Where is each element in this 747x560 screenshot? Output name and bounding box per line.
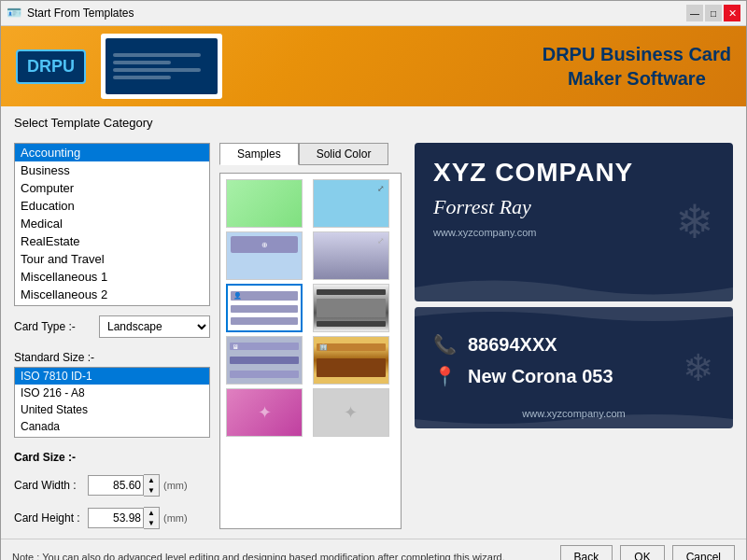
template-grid-container: ⤢ ⊕ ⤢ 👤 <box>219 173 402 529</box>
ok-button[interactable]: OK <box>620 545 664 560</box>
location-icon: 📍 <box>433 365 457 387</box>
category-item[interactable]: Miscellaneous 3 <box>15 303 209 306</box>
maximize-button[interactable]: □ <box>705 5 722 21</box>
card-height-row: Card Height : ▲ ▼ (mm) <box>14 507 210 529</box>
card-height-unit: (mm) <box>163 512 188 524</box>
template-thumb-8[interactable]: 🏢 <box>313 336 389 385</box>
card-width-down[interactable]: ▼ <box>144 485 159 496</box>
card-company-name: XYZ COMPANY <box>433 158 714 188</box>
section-label: Select Template Category <box>14 116 733 130</box>
card-height-down[interactable]: ▼ <box>144 518 159 528</box>
category-item[interactable]: RealEstate <box>15 232 209 250</box>
card-address-row: 📍 New Corona 053 <box>433 365 714 387</box>
template-grid: ⤢ ⊕ ⤢ 👤 <box>220 174 401 442</box>
card-width-spinner[interactable]: ▲ ▼ <box>88 474 160 497</box>
standard-size-label: Standard Size :- <box>14 351 210 364</box>
category-item[interactable]: Computer <box>15 179 209 197</box>
preview-panel: XYZ COMPANY Forrest Ray www.xyzcompany.c… <box>411 143 733 529</box>
app-title: DRPU Business Card Maker Software <box>543 42 731 91</box>
window-title: Start From Templates <box>27 7 684 20</box>
wave-decoration-top <box>415 273 733 301</box>
card-size-label: Card Size :- <box>14 451 210 464</box>
card-type-row: Card Type :- Landscape Portrait <box>14 315 210 338</box>
window-icon: 🪪 <box>7 6 21 21</box>
card-type-label: Card Type :- <box>14 320 93 333</box>
card-preview-line <box>113 53 201 57</box>
template-tabs: Samples Solid Color <box>219 143 402 165</box>
card-width-label: Card Width : <box>14 479 84 492</box>
card-type-select[interactable]: Landscape Portrait <box>99 315 210 338</box>
category-item[interactable]: Accounting <box>15 144 209 161</box>
card-preview-top: XYZ COMPANY Forrest Ray www.xyzcompany.c… <box>415 143 733 301</box>
header: DRPU DRPU Business Card Maker Software <box>1 26 746 106</box>
template-thumb-4[interactable]: ⤢ <box>313 231 389 280</box>
footer: Note : You can also do advanced level ed… <box>1 539 746 560</box>
card-height-up[interactable]: ▲ <box>144 508 159 518</box>
snowflake-decoration-top: ❄ <box>675 195 714 249</box>
card-preview-bottom: 📞 88694XXX 📍 New Corona 053 www.xyzcompa… <box>415 307 733 428</box>
wave-decoration-bottom-bot <box>415 410 733 428</box>
card-person-name: Forrest Ray <box>433 195 531 218</box>
card-height-input[interactable] <box>88 508 144 528</box>
category-item[interactable]: Education <box>15 197 209 215</box>
header-card-preview <box>101 34 222 99</box>
card-height-spinner[interactable]: ▲ ▼ <box>88 507 160 529</box>
category-item[interactable]: Miscellaneous 1 <box>15 268 209 286</box>
category-item[interactable]: Miscellaneous 2 <box>15 286 209 303</box>
category-listbox[interactable]: AccountingBusinessComputerEducationMedic… <box>14 143 210 306</box>
tab-solid-color[interactable]: Solid Color <box>299 143 389 165</box>
template-thumb-9[interactable]: ✦ <box>226 388 303 437</box>
standard-size-item[interactable]: ISO 216 - A8 <box>15 385 209 401</box>
minimize-button[interactable]: — <box>686 5 703 21</box>
standard-size-item[interactable]: Canada <box>15 418 209 435</box>
template-thumb-10[interactable]: ✦ <box>313 388 389 437</box>
card-website-top: www.xyzcompany.com <box>433 227 714 238</box>
main-row: AccountingBusinessComputerEducationMedic… <box>14 143 733 529</box>
card-phone-number: 88694XXX <box>468 334 557 356</box>
card-width-input[interactable] <box>88 475 144 496</box>
template-thumb-3[interactable]: ⊕ <box>226 231 303 280</box>
template-thumb-2[interactable]: ⤢ <box>313 179 389 228</box>
wave-decoration-bottom-top <box>415 307 733 326</box>
category-item[interactable]: Business <box>15 161 209 179</box>
card-width-up[interactable]: ▲ <box>144 475 159 485</box>
template-thumb-1[interactable] <box>226 179 303 228</box>
left-panel: AccountingBusinessComputerEducationMedic… <box>14 143 210 529</box>
back-button[interactable]: Back <box>560 545 613 560</box>
category-item[interactable]: Tour and Travel <box>15 250 209 268</box>
main-window: 🪪 Start From Templates — □ ✕ DRPU DRPU B… <box>0 0 747 560</box>
middle-panel: Samples Solid Color ⤢ ⊕ <box>219 143 402 529</box>
card-preview-line <box>113 76 171 79</box>
card-width-spinner-btns: ▲ ▼ <box>144 474 160 497</box>
drpu-logo: DRPU <box>16 49 86 84</box>
template-thumb-7[interactable]: 🖥 <box>226 336 303 385</box>
card-phone-row: 📞 88694XXX <box>433 333 714 356</box>
card-name-area: Forrest Ray <box>433 195 714 219</box>
card-preview-line <box>113 61 171 64</box>
card-width-unit: (mm) <box>163 480 188 491</box>
template-thumb-5[interactable]: 👤 <box>226 284 303 332</box>
snowflake-decoration-bottom: ❄ <box>683 346 714 389</box>
cancel-button[interactable]: Cancel <box>672 545 735 560</box>
template-thumb-6[interactable] <box>313 284 389 332</box>
content-area: Select Template Category AccountingBusin… <box>1 106 746 539</box>
card-address: New Corona 053 <box>468 366 613 387</box>
tab-samples[interactable]: Samples <box>219 143 299 165</box>
standard-size-item[interactable]: ISO 7810 ID-1 <box>15 368 209 385</box>
card-height-label: Card Height : <box>14 511 84 525</box>
standard-size-listbox[interactable]: ISO 7810 ID-1ISO 216 - A8United StatesCa… <box>14 367 210 438</box>
phone-icon: 📞 <box>433 333 457 356</box>
close-button[interactable]: ✕ <box>724 5 740 21</box>
titlebar: 🪪 Start From Templates — □ ✕ <box>1 1 746 26</box>
footer-note: Note : You can also do advanced level ed… <box>12 552 553 560</box>
card-height-spinner-btns: ▲ ▼ <box>144 507 160 529</box>
card-width-row: Card Width : ▲ ▼ (mm) <box>14 474 210 497</box>
category-item[interactable]: Medical <box>15 215 209 232</box>
standard-size-section: Standard Size :- ISO 7810 ID-1ISO 216 - … <box>14 351 210 438</box>
card-preview-line <box>113 68 201 72</box>
standard-size-item[interactable]: United States <box>15 401 209 418</box>
